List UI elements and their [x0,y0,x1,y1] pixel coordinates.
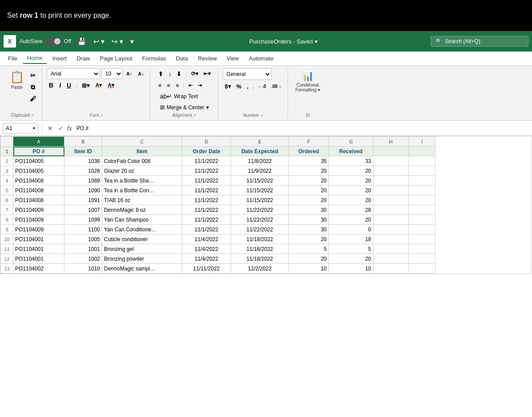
formula-input[interactable] [74,125,529,131]
cell-e7[interactable]: 11/22/2022 [231,205,289,215]
cell-i8[interactable] [409,215,436,225]
align-center-button[interactable]: ≡ [165,80,173,91]
cell-h5[interactable] [373,186,409,195]
cell-h10[interactable] [373,234,409,244]
cell-h1[interactable] [373,147,409,156]
cell-g2[interactable]: 33 [329,156,373,166]
cell-i3[interactable] [409,166,436,176]
cell-a9[interactable]: PO1104009 [13,225,64,234]
cell-g11[interactable]: 5 [329,244,373,254]
comma-button[interactable]: , [244,81,251,91]
cell-a8[interactable]: PO1104009 [13,215,64,225]
cell-i12[interactable] [409,254,436,264]
align-top-button[interactable]: ⬆ [156,68,165,79]
font-size-select[interactable]: 10 [101,68,123,79]
cut-button[interactable]: ✂ [28,70,38,81]
cell-g7[interactable]: 28 [329,205,373,215]
decrease-indent-button[interactable]: ⇤ [186,80,195,91]
cell-a5[interactable]: PO1104008 [13,186,64,195]
cell-f6[interactable]: 20 [289,195,329,205]
cell-f8[interactable]: 30 [289,215,329,225]
cell-d6[interactable]: 11/1/2022 [182,195,231,205]
cell-i11[interactable] [409,244,436,254]
cell-a1[interactable]: PO # [13,147,64,156]
cell-c2[interactable]: ColorFab Color 008 [102,156,182,166]
cell-g4[interactable]: 20 [329,176,373,186]
cell-a3[interactable]: PO1104005 [13,166,64,176]
cell-d7[interactable]: 11/1/2022 [182,205,231,215]
cell-e11[interactable]: 11/18/2022 [231,244,289,254]
col-header-f[interactable]: F [289,137,329,147]
cell-b8[interactable]: 1099 [64,215,102,225]
menu-formulas[interactable]: Formulas [138,53,171,64]
copy-button[interactable]: ⧉ [28,82,38,92]
col-header-g[interactable]: G [329,137,373,147]
cell-b3[interactable]: 1028 [64,166,102,176]
font-name-select[interactable]: Arial [47,68,100,79]
cell-g5[interactable]: 20 [329,186,373,195]
cell-e9[interactable]: 11/22/2022 [231,225,289,234]
row-num-13[interactable]: 13 [1,264,13,274]
row-num-11[interactable]: 11 [1,244,13,254]
cell-c13[interactable]: DermoMagic sampl… [102,264,182,274]
cell-a6[interactable]: PO1104008 [13,195,64,205]
fill-color-button[interactable]: A▾ [93,80,104,91]
paste-button[interactable]: 📋 Paste [7,68,27,91]
align-middle-button[interactable]: ↕ [166,68,174,79]
row-num-5[interactable]: 5 [1,186,13,195]
cell-reference-box[interactable]: A1 ▾ [3,123,38,134]
cell-d13[interactable]: 11/11/2022 [182,264,231,274]
cell-d11[interactable]: 11/4/2022 [182,244,231,254]
menu-home[interactable]: Home [23,53,47,64]
cell-g1[interactable]: Received [329,147,373,156]
cell-f5[interactable]: 20 [289,186,329,195]
quick-access-more[interactable]: ▾ [128,36,136,47]
text-direction-button[interactable]: ⟳▾ [189,68,200,79]
cell-b6[interactable]: 1091 [64,195,102,205]
cell-a11[interactable]: PO1104001 [13,244,64,254]
cell-c8[interactable]: Yan Can Shampoo [102,215,182,225]
cell-i10[interactable] [409,234,436,244]
col-header-e[interactable]: E [231,137,289,147]
cell-c3[interactable]: Glazer 20 oz [102,166,182,176]
cell-i4[interactable] [409,176,436,186]
cell-c11[interactable]: Bronzing gel [102,244,182,254]
cell-a12[interactable]: PO1104001 [13,254,64,264]
cell-g8[interactable]: 20 [329,215,373,225]
cell-h13[interactable] [373,264,409,274]
col-header-c[interactable]: C [102,137,182,147]
save-button[interactable]: 💾 [75,36,89,47]
cell-e12[interactable]: 11/18/2022 [231,254,289,264]
menu-draw[interactable]: Draw [72,53,94,64]
cell-b5[interactable]: 1090 [64,186,102,195]
row-num-8[interactable]: 8 [1,215,13,225]
col-header-i[interactable]: I [409,137,436,147]
cell-c4[interactable]: Tea in a Bottle Sha… [102,176,182,186]
cell-g9[interactable]: 0 [329,225,373,234]
text-indent-button[interactable]: ⇤▾ [201,68,213,79]
cell-f7[interactable]: 30 [289,205,329,215]
cell-a2[interactable]: PO1104005 [13,156,64,166]
redo-button[interactable]: ↪ ▾ [109,36,125,47]
cell-e6[interactable]: 11/15/2022 [231,195,289,205]
borders-button[interactable]: ⊞▾ [80,80,92,91]
cell-d8[interactable]: 11/1/2022 [182,215,231,225]
cell-c1[interactable]: Item [102,147,182,156]
menu-insert[interactable]: Insert [48,53,72,64]
cell-d9[interactable]: 11/1/2022 [182,225,231,234]
wrap-text-button[interactable]: ab↵ Wrap Text [156,91,212,101]
cell-b10[interactable]: 1005 [64,234,102,244]
cell-i1[interactable] [409,147,436,156]
cell-g3[interactable]: 20 [329,166,373,176]
cell-a7[interactable]: PO1104009 [13,205,64,215]
row-num-9[interactable]: 9 [1,225,13,234]
cell-c5[interactable]: Tea in a Bottle Con… [102,186,182,195]
cell-g12[interactable]: 20 [329,254,373,264]
cell-f9[interactable]: 30 [289,225,329,234]
italic-button[interactable]: I [57,80,63,91]
clipboard-expand[interactable]: ↗ [31,113,34,118]
cell-h7[interactable] [373,205,409,215]
cell-i6[interactable] [409,195,436,205]
cell-f12[interactable]: 20 [289,254,329,264]
cell-h4[interactable] [373,176,409,186]
